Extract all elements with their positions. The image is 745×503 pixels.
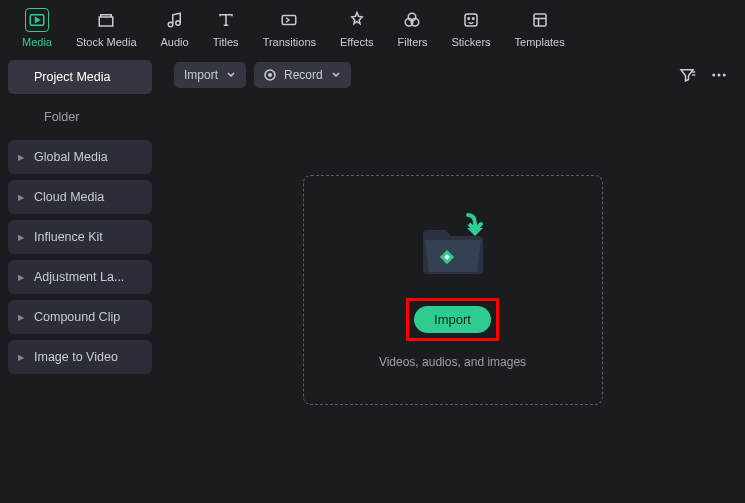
svg-point-3 bbox=[175, 21, 180, 26]
record-dropdown-button[interactable]: Record bbox=[254, 62, 351, 88]
button-label: Import bbox=[184, 68, 218, 82]
sidebar-item-adjustment-layer[interactable]: ▶ Adjustment La... bbox=[8, 260, 152, 294]
more-button[interactable] bbox=[707, 63, 731, 87]
chevron-right-icon: ▶ bbox=[18, 153, 24, 162]
toolbar-label: Stickers bbox=[451, 36, 490, 48]
toolbar-label: Templates bbox=[515, 36, 565, 48]
sidebar-item-global-media[interactable]: ▶ Global Media bbox=[8, 140, 152, 174]
import-button[interactable]: Import bbox=[414, 306, 491, 333]
dropzone-hint: Videos, audios, and images bbox=[379, 355, 526, 369]
toolbar-effects[interactable]: Effects bbox=[328, 6, 385, 50]
toolbar-label: Stock Media bbox=[76, 36, 137, 48]
sidebar-item-label: Compound Clip bbox=[34, 310, 120, 324]
sidebar: Project Media Folder ▶ Global Media ▶ Cl… bbox=[0, 52, 160, 501]
sidebar-item-image-to-video[interactable]: ▶ Image to Video bbox=[8, 340, 152, 374]
toolbar-templates[interactable]: Templates bbox=[503, 6, 577, 50]
stickers-icon bbox=[459, 8, 483, 32]
svg-point-19 bbox=[718, 74, 721, 77]
import-dropzone[interactable]: Import Videos, audios, and images bbox=[303, 175, 603, 405]
transitions-icon bbox=[277, 8, 301, 32]
chevron-down-icon bbox=[331, 70, 341, 80]
folder-download-icon bbox=[413, 210, 493, 280]
button-label: Import bbox=[434, 312, 471, 327]
titles-icon bbox=[214, 8, 238, 32]
toolbar-label: Media bbox=[22, 36, 52, 48]
sidebar-item-label: Global Media bbox=[34, 150, 108, 164]
import-dropdown-button[interactable]: Import bbox=[174, 62, 246, 88]
chevron-right-icon: ▶ bbox=[18, 233, 24, 242]
effects-icon bbox=[345, 8, 369, 32]
svg-point-20 bbox=[723, 74, 726, 77]
svg-marker-1 bbox=[35, 18, 39, 23]
sidebar-item-label: Cloud Media bbox=[34, 190, 104, 204]
button-label: Record bbox=[284, 68, 323, 82]
svg-point-9 bbox=[468, 18, 470, 20]
toolbar-filters[interactable]: Filters bbox=[385, 6, 439, 50]
svg-point-15 bbox=[268, 73, 272, 77]
toolbar-transitions[interactable]: Transitions bbox=[251, 6, 328, 50]
toolbar-media[interactable]: Media bbox=[10, 6, 64, 50]
chevron-right-icon: ▶ bbox=[18, 313, 24, 322]
sidebar-item-compound-clip[interactable]: ▶ Compound Clip bbox=[8, 300, 152, 334]
svg-rect-8 bbox=[465, 14, 477, 26]
toolbar-label: Audio bbox=[161, 36, 189, 48]
sidebar-item-label: Project Media bbox=[34, 70, 110, 84]
chevron-right-icon: ▶ bbox=[18, 273, 24, 282]
chevron-down-icon bbox=[226, 70, 236, 80]
svg-point-10 bbox=[472, 18, 474, 20]
toolbar-label: Filters bbox=[397, 36, 427, 48]
chevron-right-icon: ▶ bbox=[18, 353, 24, 362]
toolbar-label: Titles bbox=[213, 36, 239, 48]
sidebar-item-project-media[interactable]: Project Media bbox=[8, 60, 152, 94]
sidebar-item-label: Folder bbox=[44, 110, 79, 124]
sidebar-item-label: Influence Kit bbox=[34, 230, 103, 244]
sidebar-item-cloud-media[interactable]: ▶ Cloud Media bbox=[8, 180, 152, 214]
filter-icon bbox=[678, 66, 696, 84]
svg-rect-11 bbox=[534, 14, 546, 26]
sidebar-item-label: Image to Video bbox=[34, 350, 118, 364]
record-icon bbox=[264, 69, 276, 81]
media-icon bbox=[25, 8, 49, 32]
sidebar-item-influence-kit[interactable]: ▶ Influence Kit bbox=[8, 220, 152, 254]
svg-point-2 bbox=[168, 22, 173, 27]
import-highlight-box: Import bbox=[406, 298, 499, 341]
svg-point-18 bbox=[712, 74, 715, 77]
sidebar-item-folder[interactable]: Folder bbox=[8, 100, 152, 134]
more-horizontal-icon bbox=[710, 66, 728, 84]
templates-icon bbox=[528, 8, 552, 32]
toolbar-titles[interactable]: Titles bbox=[201, 6, 251, 50]
stock-icon bbox=[94, 8, 118, 32]
sidebar-item-label: Adjustment La... bbox=[34, 270, 124, 284]
toolbar-label: Transitions bbox=[263, 36, 316, 48]
filters-icon bbox=[400, 8, 424, 32]
audio-icon bbox=[163, 8, 187, 32]
chevron-right-icon: ▶ bbox=[18, 193, 24, 202]
toolbar-stock-media[interactable]: Stock Media bbox=[64, 6, 149, 50]
toolbar-stickers[interactable]: Stickers bbox=[439, 6, 502, 50]
filter-button[interactable] bbox=[675, 63, 699, 87]
toolbar-label: Effects bbox=[340, 36, 373, 48]
toolbar-audio[interactable]: Audio bbox=[149, 6, 201, 50]
